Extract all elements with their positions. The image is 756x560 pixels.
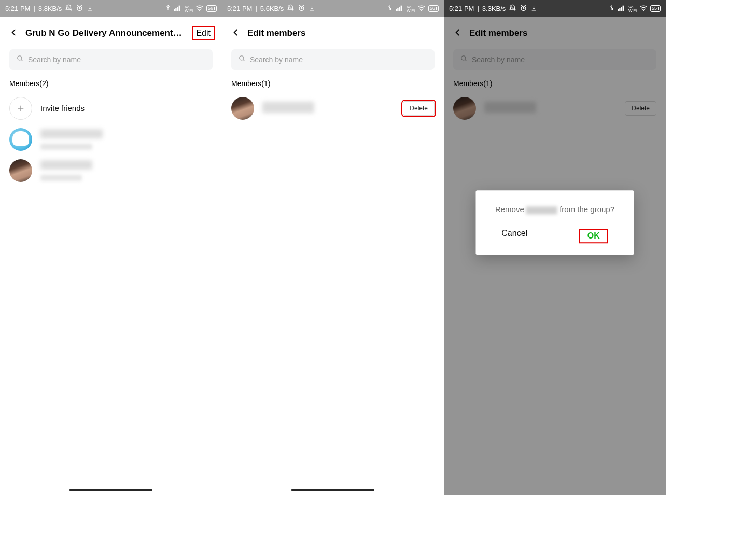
status-time: 5:21 PM bbox=[449, 5, 474, 12]
svg-point-5 bbox=[199, 10, 200, 11]
page-title: Grub N Go Delivery Announcements(2) bbox=[25, 28, 185, 38]
status-bar: 5:21 PM | 5.6KB/s VoWiFi 56 bbox=[222, 0, 444, 17]
svg-rect-16 bbox=[619, 8, 620, 11]
edit-button[interactable]: Edit bbox=[192, 26, 215, 40]
svg-point-19 bbox=[643, 10, 644, 11]
svg-rect-10 bbox=[399, 7, 400, 11]
battery-icon: 55 bbox=[650, 5, 661, 12]
screen-edit-members: 5:21 PM | 5.6KB/s VoWiFi 56 Edit members… bbox=[222, 0, 444, 495]
dialog-message: Remove from the group? bbox=[476, 191, 634, 225]
svg-point-12 bbox=[421, 10, 422, 11]
svg-rect-18 bbox=[623, 5, 624, 10]
svg-rect-15 bbox=[618, 9, 619, 10]
mute-icon bbox=[65, 4, 73, 13]
members-count: Members(1) bbox=[222, 70, 444, 93]
invite-label: Invite friends bbox=[40, 104, 85, 113]
avatar bbox=[231, 97, 254, 120]
signal-icon bbox=[618, 5, 626, 13]
svg-rect-2 bbox=[175, 8, 176, 11]
wifi-icon bbox=[417, 5, 426, 13]
screen-confirm-remove: 5:21 PM | 3.3KB/s VoWiFi 55 Edit members… bbox=[444, 0, 666, 495]
bluetooth-icon bbox=[165, 4, 171, 13]
avatar bbox=[9, 159, 32, 182]
plus-icon bbox=[9, 97, 32, 120]
svg-rect-9 bbox=[397, 8, 398, 11]
member-name-redacted bbox=[40, 129, 103, 138]
mute-icon bbox=[509, 4, 516, 13]
member-row: Delete bbox=[222, 93, 444, 124]
status-bar: 5:21 PM | 3.3KB/s VoWiFi 55 bbox=[444, 0, 666, 17]
member-sub-redacted bbox=[40, 175, 82, 181]
download-icon bbox=[87, 5, 93, 13]
confirm-dialog: Remove from the group? Cancel OK bbox=[476, 191, 634, 255]
status-time: 5:21 PM bbox=[5, 5, 30, 12]
wifi-icon bbox=[195, 5, 204, 13]
app-bar: Grub N Go Delivery Announcements(2) Edit bbox=[0, 17, 222, 49]
alarm-icon bbox=[76, 4, 83, 13]
download-icon bbox=[530, 5, 537, 13]
download-icon bbox=[309, 5, 315, 13]
status-speed: 3.8KB/s bbox=[38, 5, 62, 12]
svg-rect-1 bbox=[174, 9, 175, 10]
vowifi-icon: VoWiFi bbox=[628, 5, 637, 12]
signal-icon bbox=[174, 5, 182, 13]
svg-point-6 bbox=[18, 56, 22, 60]
mute-icon bbox=[287, 4, 295, 13]
search-box[interactable] bbox=[231, 49, 435, 70]
member-row[interactable] bbox=[0, 155, 222, 186]
member-row[interactable] bbox=[0, 124, 222, 155]
members-count: Members(2) bbox=[0, 70, 222, 93]
search-input[interactable] bbox=[28, 55, 205, 64]
delete-button[interactable]: Delete bbox=[403, 101, 435, 116]
search-icon bbox=[17, 55, 24, 64]
back-icon[interactable] bbox=[231, 28, 240, 39]
svg-rect-11 bbox=[401, 5, 402, 10]
alarm-icon bbox=[298, 4, 305, 13]
search-box[interactable] bbox=[9, 49, 213, 70]
avatar bbox=[9, 128, 32, 151]
back-icon[interactable] bbox=[9, 28, 18, 39]
vowifi-icon: VoWiFi bbox=[407, 5, 415, 12]
svg-point-13 bbox=[240, 56, 244, 60]
svg-rect-17 bbox=[621, 7, 622, 11]
svg-rect-8 bbox=[396, 9, 397, 10]
status-time: 5:21 PM bbox=[227, 5, 252, 12]
wifi-icon bbox=[639, 5, 648, 13]
status-bar: 5:21 PM | 3.8KB/s VoWiFi 56 bbox=[0, 0, 222, 17]
bluetooth-icon bbox=[609, 4, 615, 13]
home-indicator[interactable] bbox=[291, 489, 374, 491]
alarm-icon bbox=[520, 4, 527, 13]
search-icon bbox=[239, 55, 246, 64]
status-speed: 3.3KB/s bbox=[482, 5, 506, 12]
member-name-redacted bbox=[262, 102, 314, 113]
screen-members-list: 5:21 PM | 3.8KB/s VoWiFi 56 Grub N Go De… bbox=[0, 0, 222, 495]
bluetooth-icon bbox=[387, 4, 393, 13]
app-bar: Edit members bbox=[222, 17, 444, 49]
invite-friends-row[interactable]: Invite friends bbox=[0, 93, 222, 124]
battery-icon: 56 bbox=[206, 5, 217, 12]
home-indicator[interactable] bbox=[69, 489, 152, 491]
member-name-redacted bbox=[526, 206, 557, 214]
status-speed: 5.6KB/s bbox=[260, 5, 284, 12]
svg-rect-4 bbox=[179, 5, 180, 10]
search-input[interactable] bbox=[250, 55, 427, 64]
vowifi-icon: VoWiFi bbox=[185, 5, 193, 12]
svg-rect-3 bbox=[177, 7, 178, 11]
signal-icon bbox=[396, 5, 404, 13]
modal-backdrop[interactable] bbox=[444, 17, 666, 495]
cancel-button[interactable]: Cancel bbox=[501, 229, 527, 243]
ok-button[interactable]: OK bbox=[579, 229, 608, 243]
member-name-redacted bbox=[40, 160, 92, 170]
page-title: Edit members bbox=[247, 28, 435, 38]
member-sub-redacted bbox=[40, 144, 92, 150]
battery-icon: 56 bbox=[428, 5, 439, 12]
